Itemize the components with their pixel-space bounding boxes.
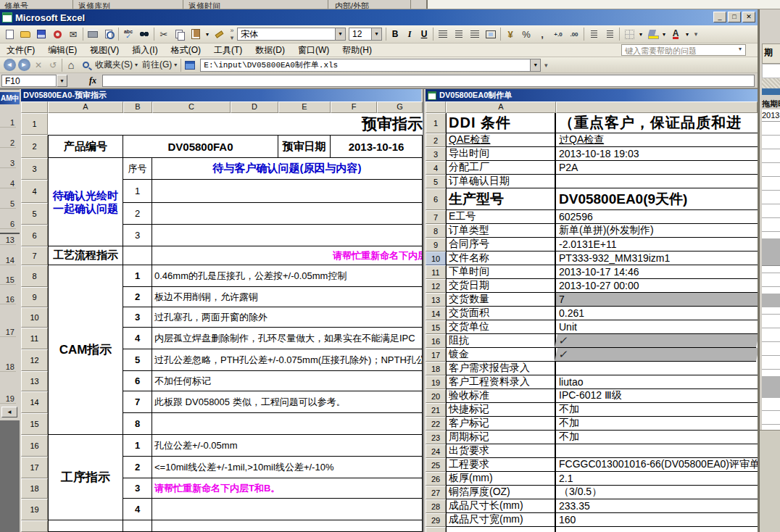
toolbar-options-chevron[interactable]: »▾ — [227, 27, 237, 41]
insert-function-icon[interactable]: fx — [89, 75, 96, 86]
cell-empty[interactable] — [123, 520, 152, 532]
row-header[interactable]: 8 — [426, 224, 446, 238]
cell-value[interactable]: Unit — [556, 320, 758, 334]
mail-icon[interactable]: ✉ — [65, 27, 81, 41]
favorites-button[interactable]: 收藏夹(S)▾ — [93, 59, 140, 71]
cell-value[interactable]: P2A — [556, 161, 758, 175]
row-header[interactable]: 25 — [426, 458, 446, 472]
cell-cam-label[interactable]: CAM指示 — [48, 265, 123, 435]
row-header[interactable]: 15 — [0, 275, 16, 285]
column-header-a[interactable]: A — [48, 101, 123, 113]
cell-value[interactable]: 2013-10-17 14:46 — [556, 265, 758, 279]
row-header[interactable]: 3 — [21, 158, 48, 180]
cell-cam-note[interactable]: 此板跟 DV058005 类似，工程问题可以参考。 — [152, 391, 423, 413]
row-header[interactable]: 11 — [426, 265, 446, 279]
row-header[interactable]: 21 — [426, 403, 446, 417]
cell-seq[interactable]: 2 — [123, 457, 152, 478]
cell-cam-note[interactable]: 0.46mm的孔是压接孔，公差按+/-0.05mm控制 — [152, 265, 423, 287]
cell-label[interactable]: 周期标记 — [446, 431, 556, 444]
menu-help[interactable]: 帮助(H) — [336, 43, 378, 58]
cell-label[interactable]: 客户标记 — [446, 417, 556, 431]
cell-seq[interactable]: 1 — [123, 180, 152, 203]
font-color-icon[interactable]: A — [668, 27, 684, 41]
cell-seq[interactable]: 7 — [123, 391, 152, 413]
cell-empty[interactable] — [152, 225, 423, 246]
row-header[interactable]: 19 — [426, 375, 446, 389]
row-header[interactable]: 19 — [0, 394, 16, 404]
percent-style-icon[interactable]: % — [518, 27, 534, 41]
format-painter-icon[interactable] — [211, 27, 227, 41]
row-header[interactable]: 13 — [426, 293, 446, 307]
help-question-input[interactable]: 键入需要帮助的问题 ▾ — [621, 44, 746, 56]
row-header[interactable]: 17 — [426, 348, 446, 362]
row-header[interactable]: 20 — [426, 389, 446, 403]
row-header[interactable]: 1 — [21, 113, 48, 135]
row-header[interactable]: 5 — [426, 175, 446, 188]
row-header[interactable]: 18 — [426, 362, 446, 375]
paste-icon[interactable] — [188, 27, 204, 41]
cell-empty[interactable] — [152, 203, 423, 225]
cell-seq[interactable]: 5 — [123, 349, 152, 371]
cell-empty[interactable] — [123, 246, 152, 265]
cell-value[interactable]: 233.35 — [556, 499, 758, 513]
stop-icon[interactable]: ✕ — [31, 59, 46, 72]
permission-icon[interactable] — [49, 27, 65, 41]
new-document-icon[interactable] — [1, 27, 17, 41]
bold-button[interactable]: B — [388, 27, 402, 41]
cell-value[interactable]: 2.1 — [556, 472, 758, 486]
close-button[interactable]: ✕ — [742, 12, 755, 22]
decrease-decimal-icon[interactable]: .00 — [566, 27, 582, 41]
cell-value[interactable]: DV05800EA0(9天件) — [556, 188, 758, 210]
cell-seq[interactable]: 8 — [123, 413, 152, 435]
chevron-down-icon[interactable]: ▾ — [530, 59, 540, 71]
maximize-button[interactable]: □ — [728, 12, 741, 22]
cell-value[interactable]: 不加 — [556, 403, 758, 417]
research-icon[interactable] — [136, 27, 152, 41]
cell-product-no-value[interactable]: DV05800FA0 — [123, 135, 278, 158]
row-header[interactable]: 9 — [21, 287, 48, 307]
row-header[interactable]: 17 — [21, 457, 48, 478]
cell-empty[interactable] — [152, 180, 423, 203]
cell-label[interactable]: 交货日期 — [446, 279, 556, 293]
cell-label[interactable]: 验收标准 — [446, 389, 556, 403]
row-header[interactable]: 7 — [21, 246, 48, 265]
cell-empty[interactable] — [48, 520, 123, 532]
row-header[interactable]: 15 — [426, 320, 446, 334]
row-header[interactable]: 4 — [426, 161, 446, 175]
cell-value[interactable]: 不加 — [556, 431, 758, 444]
cell-label[interactable]: 镀金 — [446, 348, 556, 362]
align-right-icon[interactable] — [467, 27, 483, 41]
cell-pending-questions-header[interactable]: 待与客户确认问题(原因与内容) — [152, 158, 423, 180]
font-size-combo[interactable]: 12 ▾ — [349, 28, 382, 41]
increase-decimal-icon[interactable]: +.0 — [550, 27, 566, 41]
cell-cam-note[interactable]: 过孔公差忽略，PTH孔公差+/-0.075mm(压接孔除外)；NPTH孔公差 — [152, 349, 423, 371]
spellcheck-icon[interactable]: abc✓ — [120, 27, 136, 41]
background-window-title-fragment[interactable]: AM中 — [0, 92, 20, 104]
cell-product-no-label[interactable]: 产品编号 — [48, 135, 123, 158]
cell-label[interactable]: 订单类型 — [446, 224, 556, 238]
cell-review-date-label[interactable]: 预审日期 — [278, 135, 331, 158]
row-header[interactable]: 14 — [21, 391, 48, 413]
row-header[interactable]: 17 — [0, 328, 16, 337]
cell-label[interactable]: 成品尺寸长(mm) — [446, 499, 556, 513]
cell-value[interactable]: FCGGC013001016-66(DV05800EA0)评审单 — [556, 458, 758, 472]
cell-label[interactable]: 出货要求 — [446, 444, 556, 458]
menu-edit[interactable]: 编辑(E) — [41, 43, 83, 58]
save-icon[interactable] — [33, 27, 49, 41]
decrease-indent-icon[interactable] — [586, 27, 602, 41]
scroll-left-icon[interactable]: ◄ — [1, 407, 17, 417]
row-header[interactable]: 2 — [21, 135, 48, 158]
row-header[interactable]: 4 — [21, 180, 48, 203]
cell-seq[interactable]: 1 — [123, 435, 152, 457]
column-header-d[interactable]: D — [231, 101, 278, 113]
menu-view[interactable]: 视图(V) — [83, 43, 125, 58]
toolbar-options-chevron[interactable]: ▾ — [691, 27, 701, 41]
row-header[interactable]: 18 — [21, 478, 48, 499]
chevron-down-icon[interactable]: ▾ — [371, 28, 381, 40]
cell-label[interactable]: E工号 — [446, 210, 556, 224]
row-header[interactable]: 27 — [426, 486, 446, 499]
row-header[interactable]: 9 — [426, 238, 446, 252]
row-header[interactable]: 16 — [426, 334, 446, 348]
cell-seq-header[interactable]: 序号 — [123, 158, 152, 180]
cell-rename-note[interactable]: 请帮忙重新命名下内层T和B。 — [152, 478, 423, 499]
